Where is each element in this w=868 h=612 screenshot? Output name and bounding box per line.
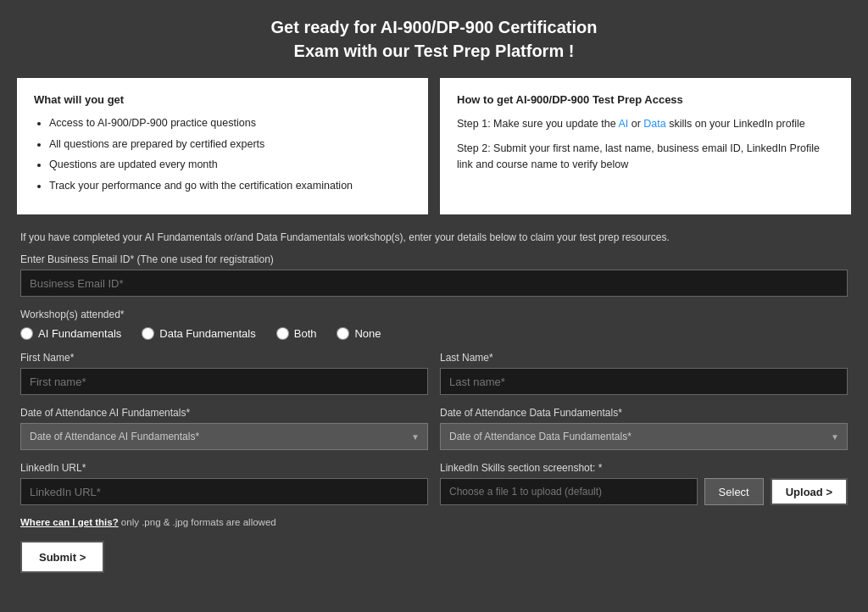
email-row: Enter Business Email ID* (The one used f… — [20, 253, 848, 297]
bottom-row: Submit > — [20, 541, 848, 573]
workshops-label: Workshop(s) attended* — [20, 309, 848, 320]
radio-none-input[interactable] — [337, 327, 349, 340]
step2: Step 2: Submit your first name, last nam… — [457, 141, 834, 173]
email-input[interactable] — [20, 270, 848, 297]
bullet-3: Questions are updated every month — [49, 158, 411, 173]
date-ai-col: Date of Attendance AI Fundamentals* Date… — [20, 407, 428, 450]
bullet-2: All questions are prepared by certified … — [49, 137, 411, 153]
name-row: First Name* Last Name* — [20, 352, 848, 395]
date-data-label: Date of Attendance Data Fundamentals* — [440, 407, 848, 419]
date-data-select[interactable]: Date of Attendance Data Fundamentals* — [440, 423, 848, 450]
step1-middle: or — [628, 118, 643, 130]
date-data-col: Date of Attendance Data Fundamentals* Da… — [440, 407, 848, 450]
radio-ai-fundamentals[interactable]: AI Fundamentals — [20, 327, 121, 340]
left-card-title: What will you get — [34, 93, 411, 106]
first-name-input[interactable] — [20, 368, 428, 395]
date-row: Date of Attendance AI Fundamentals* Date… — [20, 407, 848, 450]
screenshot-hint: Where can I get this? only .png & .jpg f… — [20, 517, 848, 527]
radio-none[interactable]: None — [337, 327, 381, 340]
workshops-section: Workshop(s) attended* AI Fundamentals Da… — [20, 309, 848, 340]
right-card-title: How to get AI-900/DP-900 Test Prep Acces… — [457, 93, 834, 106]
upload-button[interactable]: Upload > — [771, 478, 848, 505]
cards-row: What will you get Access to AI-900/DP-90… — [17, 78, 851, 214]
screenshot-label: LinkedIn Skills section screenshot: * — [440, 462, 848, 474]
first-name-label: First Name* — [20, 352, 428, 364]
bullet-1: Access to AI-900/DP-900 practice questio… — [49, 116, 411, 131]
last-name-col: Last Name* — [440, 352, 848, 395]
hint-suffix-text: only .png & .jpg formats are allowed — [119, 517, 276, 527]
radio-both-input[interactable] — [276, 327, 289, 340]
bullet-4: Track your performance and go with the c… — [49, 179, 411, 194]
radio-group: AI Fundamentals Data Fundamentals Both N… — [20, 327, 848, 340]
page-wrapper: Get ready for AI-900/DP-900 Certificatio… — [0, 0, 868, 598]
linkedin-url-col: LinkedIn URL* — [20, 462, 428, 505]
date-data-wrapper: Date of Attendance Data Fundamentals* — [440, 423, 848, 450]
where-can-i-get-link[interactable]: Where can I get this? — [20, 517, 119, 527]
date-ai-wrapper: Date of Attendance AI Fundamentals* — [20, 423, 428, 450]
file-placeholder-text: Choose a file 1 to upload (default) — [449, 486, 602, 498]
date-ai-select[interactable]: Date of Attendance AI Fundamentals* — [20, 423, 428, 450]
last-name-input[interactable] — [440, 368, 848, 395]
screenshot-col: LinkedIn Skills section screenshot: * Ch… — [440, 462, 848, 505]
radio-both[interactable]: Both — [276, 327, 317, 340]
main-title: Get ready for AI-900/DP-900 Certificatio… — [17, 15, 851, 63]
linkedin-url-label: LinkedIn URL* — [20, 462, 428, 474]
radio-both-label: Both — [294, 327, 317, 340]
linkedin-url-input[interactable] — [20, 478, 428, 505]
right-card: How to get AI-900/DP-900 Test Prep Acces… — [440, 78, 851, 214]
intro-text: If you have completed your AI Fundamenta… — [20, 230, 848, 245]
title-line2: Exam with our Test Prep Platform ! — [17, 39, 851, 63]
submit-button[interactable]: Submit > — [20, 541, 104, 573]
linkedin-row: LinkedIn URL* LinkedIn Skills section sc… — [20, 462, 848, 505]
form-section: If you have completed your AI Fundamenta… — [17, 230, 851, 573]
date-ai-label: Date of Attendance AI Fundamentals* — [20, 407, 428, 419]
radio-data-fundamentals[interactable]: Data Fundamentals — [142, 327, 255, 340]
step1-data-link[interactable]: Data — [643, 118, 665, 130]
title-line1: Get ready for AI-900/DP-900 Certificatio… — [17, 15, 851, 39]
radio-none-label: None — [354, 327, 381, 340]
left-card: What will you get Access to AI-900/DP-90… — [17, 78, 428, 214]
step1-prefix: Step 1: Make sure you update the — [457, 118, 618, 130]
left-card-bullets: Access to AI-900/DP-900 practice questio… — [34, 116, 411, 193]
first-name-col: First Name* — [20, 352, 428, 395]
last-name-label: Last Name* — [440, 352, 848, 364]
radio-data-label: Data Fundamentals — [159, 327, 255, 340]
radio-ai-label: AI Fundamentals — [38, 327, 121, 340]
file-input-display: Choose a file 1 to upload (default) — [440, 478, 698, 505]
step1: Step 1: Make sure you update the AI or D… — [457, 116, 834, 132]
radio-ai-input[interactable] — [20, 327, 33, 340]
step1-ai-link[interactable]: AI — [618, 118, 628, 130]
radio-data-input[interactable] — [142, 327, 154, 340]
step1-suffix: skills on your LinkedIn profile — [666, 118, 805, 130]
email-label: Enter Business Email ID* (The one used f… — [20, 253, 848, 265]
select-button[interactable]: Select — [704, 478, 764, 505]
file-upload-row: Choose a file 1 to upload (default) Sele… — [440, 478, 848, 505]
